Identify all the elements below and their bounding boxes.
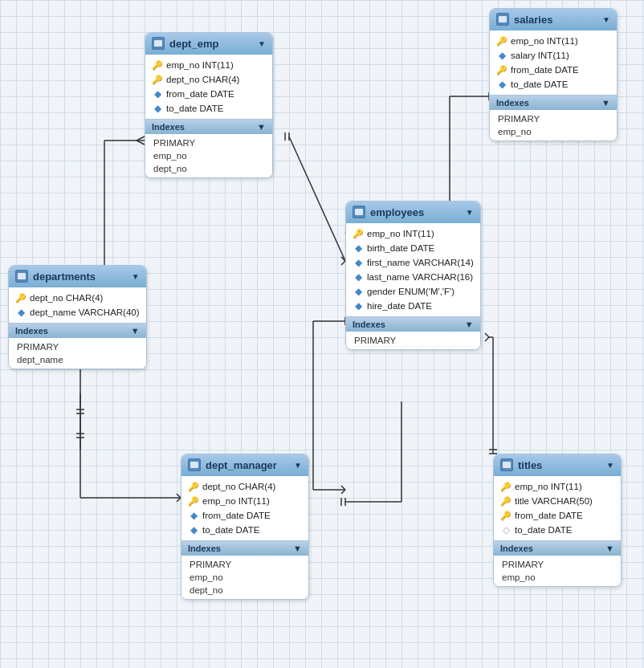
indexes-label: Indexes [188, 544, 221, 553]
field-row: ◆to_date DATE [145, 101, 272, 116]
index-row: PRIMARY [494, 558, 621, 571]
field-row: 🔑dept_no CHAR(4) [9, 291, 146, 305]
field-row: ◇to_date DATE [494, 523, 621, 537]
field-text: last_name VARCHAR(16) [367, 272, 473, 282]
field-row: ◆first_name VARCHAR(14) [346, 255, 480, 270]
dropdown-arrow-titles[interactable]: ▼ [606, 461, 614, 470]
indexes-header-dept_emp[interactable]: Indexes▼ [145, 119, 272, 134]
indexes-label: Indexes [496, 98, 529, 108]
field-icon-diamond: ◆ [188, 510, 199, 521]
index-row: PRIMARY [346, 334, 480, 347]
table-icon-salaries [496, 13, 509, 26]
svg-line-4 [137, 141, 145, 145]
indexes-body-departments: PRIMARYdept_name [9, 338, 146, 369]
field-icon-key-red: 🔑 [188, 495, 199, 507]
field-icon-key-red: 🔑 [500, 481, 512, 492]
indexes-header-employees[interactable]: Indexes▼ [346, 316, 480, 332]
field-icon-diamond: ◆ [353, 271, 364, 283]
table-icon-departments [15, 270, 28, 283]
indexes-body-salaries: PRIMARYemp_no [490, 110, 617, 141]
field-row: ◆hire_date DATE [346, 299, 480, 313]
fields-departments: 🔑dept_no CHAR(4)◆dept_name VARCHAR(40) [9, 287, 146, 323]
field-icon-key-gold: 🔑 [15, 292, 26, 303]
dropdown-arrow-dept_emp[interactable]: ▼ [258, 39, 266, 48]
table-departments: departments▼🔑dept_no CHAR(4)◆dept_name V… [8, 265, 147, 369]
indexes-arrow: ▼ [131, 326, 140, 336]
index-row: PRIMARY [9, 340, 146, 353]
field-text: to_date DATE [166, 104, 223, 113]
svg-line-28 [485, 337, 489, 341]
table-header-dept_emp[interactable]: dept_emp▼ [145, 33, 272, 55]
field-row: 🔑emp_no INT(11) [346, 226, 480, 241]
table-icon-dept_manager [188, 458, 201, 471]
table-header-dept_manager[interactable]: dept_manager▼ [181, 454, 308, 476]
field-text: hire_date DATE [367, 301, 432, 311]
table-icon-titles [500, 458, 513, 471]
table-employees: employees▼🔑emp_no INT(11)◆birth_date DAT… [345, 201, 481, 350]
indexes-header-salaries[interactable]: Indexes▼ [490, 95, 617, 110]
index-row: emp_no [181, 571, 308, 584]
fields-dept_manager: 🔑dept_no CHAR(4)🔑emp_no INT(11)◆from_dat… [181, 476, 308, 540]
field-text: from_date DATE [202, 511, 271, 520]
field-icon-key-red: 🔑 [152, 74, 163, 85]
dropdown-arrow-departments[interactable]: ▼ [132, 272, 140, 281]
indexes-label: Indexes [15, 326, 48, 336]
table-dept_emp: dept_emp▼🔑emp_no INT(11)🔑dept_no CHAR(4)… [145, 32, 273, 178]
svg-line-27 [485, 333, 489, 337]
field-icon-key-red: 🔑 [152, 59, 163, 71]
svg-line-34 [341, 486, 345, 490]
field-row: 🔑emp_no INT(11) [490, 34, 617, 48]
field-icon-key-red: 🔑 [496, 35, 507, 47]
index-row: emp_no [490, 125, 617, 138]
field-icon-diamond: ◆ [353, 300, 364, 312]
table-header-departments[interactable]: departments▼ [9, 266, 146, 287]
indexes-label: Indexes [152, 122, 185, 132]
field-icon-diamond: ◆ [152, 103, 163, 114]
field-row: 🔑emp_no INT(11) [181, 494, 308, 508]
field-icon-diamond: ◆ [353, 257, 364, 268]
field-text: salary INT(11) [511, 51, 569, 60]
svg-line-11 [289, 136, 345, 261]
field-text: from_date DATE [515, 511, 583, 520]
index-row: PRIMARY [145, 136, 272, 149]
table-header-titles[interactable]: titles▼ [494, 454, 621, 476]
field-text: to_date DATE [515, 525, 572, 535]
indexes-header-dept_manager[interactable]: Indexes▼ [181, 540, 308, 556]
table-header-salaries[interactable]: salaries▼ [490, 9, 617, 31]
table-name-employees: employees [370, 206, 461, 218]
indexes-header-titles[interactable]: Indexes▼ [494, 540, 621, 556]
field-icon-key-gold: 🔑 [500, 510, 512, 521]
table-icon-employees [353, 206, 365, 218]
field-icon-diamond-empty: ◇ [500, 524, 512, 536]
field-text: dept_name VARCHAR(40) [30, 308, 140, 317]
field-row: ◆last_name VARCHAR(16) [346, 270, 480, 284]
field-row: ◆birth_date DATE [346, 241, 480, 255]
field-icon-diamond: ◆ [496, 50, 507, 61]
table-header-employees[interactable]: employees▼ [346, 202, 480, 223]
table-dept_manager: dept_manager▼🔑dept_no CHAR(4)🔑emp_no INT… [181, 454, 309, 600]
index-row: dept_no [145, 162, 272, 175]
dropdown-arrow-employees[interactable]: ▼ [466, 208, 474, 217]
dropdown-arrow-salaries[interactable]: ▼ [602, 15, 610, 24]
fields-employees: 🔑emp_no INT(11)◆birth_date DATE◆first_na… [346, 223, 480, 316]
field-icon-diamond: ◆ [152, 88, 163, 100]
fields-dept_emp: 🔑emp_no INT(11)🔑dept_no CHAR(4)◆from_dat… [145, 55, 272, 119]
field-row: ◆from_date DATE [145, 87, 272, 101]
field-text: from_date DATE [511, 65, 579, 75]
index-row: dept_no [181, 584, 308, 597]
field-icon-diamond: ◆ [15, 307, 26, 318]
table-titles: titles▼🔑emp_no INT(11)🔑title VARCHAR(50)… [493, 454, 622, 587]
indexes-body-employees: PRIMARY [346, 332, 480, 349]
indexes-arrow: ▼ [257, 122, 266, 132]
dropdown-arrow-dept_manager[interactable]: ▼ [294, 461, 302, 470]
indexes-arrow: ▼ [293, 544, 302, 553]
indexes-header-departments[interactable]: Indexes▼ [9, 323, 146, 338]
field-icon-key-gold: 🔑 [353, 228, 364, 239]
field-row: 🔑from_date DATE [494, 508, 621, 523]
index-row: emp_no [494, 571, 621, 584]
field-text: first_name VARCHAR(14) [367, 258, 474, 267]
table-salaries: salaries▼🔑emp_no INT(11)◆salary INT(11)🔑… [489, 8, 618, 141]
table-name-dept_manager: dept_manager [206, 459, 289, 471]
field-text: from_date DATE [166, 89, 234, 99]
indexes-body-dept_emp: PRIMARYemp_nodept_no [145, 134, 272, 177]
